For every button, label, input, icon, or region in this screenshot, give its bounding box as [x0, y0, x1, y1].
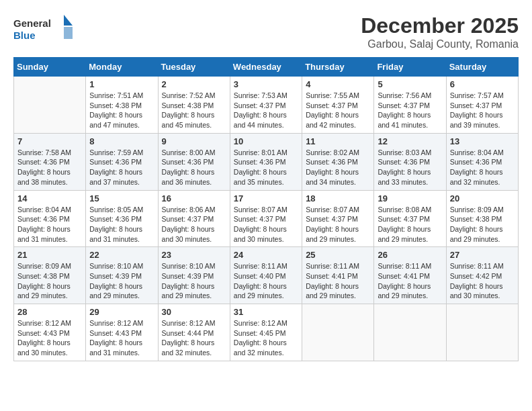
day-number: 16	[162, 193, 226, 203]
calendar-cell: 13 Sunrise: 8:04 AM Sunset: 4:36 PM Dayl…	[446, 133, 518, 190]
day-info: Sunrise: 8:09 AM Sunset: 4:38 PM Dayligh…	[17, 261, 82, 301]
svg-marker-3	[64, 27, 73, 39]
calendar-cell: 26 Sunrise: 8:11 AM Sunset: 4:41 PM Dayl…	[374, 247, 446, 304]
day-info: Sunrise: 8:12 AM Sunset: 4:43 PM Dayligh…	[89, 318, 154, 358]
day-number: 18	[306, 193, 370, 203]
calendar-cell: 8 Sunrise: 7:59 AM Sunset: 4:36 PM Dayli…	[86, 133, 158, 190]
calendar-cell: 2 Sunrise: 7:52 AM Sunset: 4:38 PM Dayli…	[158, 77, 230, 134]
calendar-cell: 15 Sunrise: 8:05 AM Sunset: 4:36 PM Dayl…	[86, 190, 158, 247]
month-title: December 2025	[361, 13, 519, 38]
day-number: 1	[89, 79, 154, 89]
day-info: Sunrise: 8:10 AM Sunset: 4:39 PM Dayligh…	[162, 261, 226, 301]
day-number: 19	[378, 193, 442, 203]
day-number: 9	[162, 136, 226, 146]
day-info: Sunrise: 8:11 AM Sunset: 4:42 PM Dayligh…	[450, 261, 515, 301]
day-info: Sunrise: 8:00 AM Sunset: 4:36 PM Dayligh…	[162, 148, 226, 187]
svg-text:Blue: Blue	[13, 30, 36, 41]
day-number: 14	[17, 193, 82, 203]
calendar-week-row: 14 Sunrise: 8:04 AM Sunset: 4:36 PM Dayl…	[14, 190, 519, 247]
svg-text:General: General	[13, 17, 51, 29]
calendar-cell: 20 Sunrise: 8:09 AM Sunset: 4:38 PM Dayl…	[446, 190, 518, 247]
calendar-cell: 11 Sunrise: 8:02 AM Sunset: 4:36 PM Dayl…	[302, 133, 374, 190]
day-info: Sunrise: 7:57 AM Sunset: 4:37 PM Dayligh…	[450, 91, 515, 130]
calendar-cell	[302, 304, 374, 361]
weekday-header-friday: Friday	[374, 58, 446, 77]
day-info: Sunrise: 8:02 AM Sunset: 4:36 PM Dayligh…	[306, 148, 370, 187]
weekday-header-thursday: Thursday	[302, 58, 374, 77]
calendar-cell: 16 Sunrise: 8:06 AM Sunset: 4:37 PM Dayl…	[158, 190, 230, 247]
day-info: Sunrise: 7:53 AM Sunset: 4:37 PM Dayligh…	[234, 91, 298, 130]
day-number: 20	[450, 193, 515, 203]
calendar-cell: 25 Sunrise: 8:11 AM Sunset: 4:41 PM Dayl…	[302, 247, 374, 304]
calendar-cell: 4 Sunrise: 7:55 AM Sunset: 4:37 PM Dayli…	[302, 77, 374, 134]
day-number: 6	[450, 79, 515, 89]
calendar-cell: 6 Sunrise: 7:57 AM Sunset: 4:37 PM Dayli…	[446, 77, 518, 134]
calendar-week-row: 1 Sunrise: 7:51 AM Sunset: 4:38 PM Dayli…	[14, 77, 519, 134]
calendar-cell: 24 Sunrise: 8:11 AM Sunset: 4:40 PM Dayl…	[230, 247, 302, 304]
day-number: 10	[234, 136, 298, 146]
day-number: 7	[17, 136, 82, 146]
day-info: Sunrise: 8:09 AM Sunset: 4:38 PM Dayligh…	[450, 205, 515, 244]
logo: General Blue	[13, 13, 74, 44]
day-info: Sunrise: 8:07 AM Sunset: 4:37 PM Dayligh…	[306, 205, 370, 244]
day-number: 21	[17, 250, 82, 260]
day-info: Sunrise: 7:55 AM Sunset: 4:37 PM Dayligh…	[306, 91, 370, 130]
day-number: 29	[89, 307, 154, 317]
day-info: Sunrise: 8:08 AM Sunset: 4:37 PM Dayligh…	[378, 205, 442, 244]
day-info: Sunrise: 8:04 AM Sunset: 4:36 PM Dayligh…	[450, 148, 515, 187]
day-info: Sunrise: 8:07 AM Sunset: 4:37 PM Dayligh…	[234, 205, 298, 244]
calendar-cell: 29 Sunrise: 8:12 AM Sunset: 4:43 PM Dayl…	[86, 304, 158, 361]
day-info: Sunrise: 8:10 AM Sunset: 4:39 PM Dayligh…	[89, 261, 154, 301]
location-title: Garbou, Salaj County, Romania	[361, 38, 519, 50]
day-number: 23	[162, 250, 226, 260]
svg-marker-2	[64, 15, 73, 26]
day-number: 17	[234, 193, 298, 203]
day-info: Sunrise: 8:12 AM Sunset: 4:45 PM Dayligh…	[234, 318, 298, 358]
day-number: 12	[378, 136, 442, 146]
calendar-cell: 3 Sunrise: 7:53 AM Sunset: 4:37 PM Dayli…	[230, 77, 302, 134]
calendar-header-row: SundayMondayTuesdayWednesdayThursdayFrid…	[14, 58, 519, 77]
weekday-header-saturday: Saturday	[446, 58, 518, 77]
calendar-cell: 7 Sunrise: 7:58 AM Sunset: 4:36 PM Dayli…	[14, 133, 86, 190]
day-info: Sunrise: 8:05 AM Sunset: 4:36 PM Dayligh…	[89, 205, 154, 244]
page-header: General Blue December 2025 Garbou, Salaj…	[13, 13, 519, 50]
day-number: 25	[306, 250, 370, 260]
calendar-cell: 23 Sunrise: 8:10 AM Sunset: 4:39 PM Dayl…	[158, 247, 230, 304]
calendar-cell: 22 Sunrise: 8:10 AM Sunset: 4:39 PM Dayl…	[86, 247, 158, 304]
day-number: 5	[378, 79, 442, 89]
calendar-cell: 18 Sunrise: 8:07 AM Sunset: 4:37 PM Dayl…	[302, 190, 374, 247]
weekday-header-wednesday: Wednesday	[230, 58, 302, 77]
weekday-header-sunday: Sunday	[14, 58, 86, 77]
calendar-cell: 12 Sunrise: 8:03 AM Sunset: 4:36 PM Dayl…	[374, 133, 446, 190]
day-info: Sunrise: 7:52 AM Sunset: 4:38 PM Dayligh…	[162, 91, 226, 130]
calendar-cell: 19 Sunrise: 8:08 AM Sunset: 4:37 PM Dayl…	[374, 190, 446, 247]
calendar-week-row: 7 Sunrise: 7:58 AM Sunset: 4:36 PM Dayli…	[14, 133, 519, 190]
day-info: Sunrise: 8:04 AM Sunset: 4:36 PM Dayligh…	[17, 205, 82, 244]
calendar-week-row: 21 Sunrise: 8:09 AM Sunset: 4:38 PM Dayl…	[14, 247, 519, 304]
day-info: Sunrise: 7:58 AM Sunset: 4:36 PM Dayligh…	[17, 148, 82, 187]
calendar-cell: 17 Sunrise: 8:07 AM Sunset: 4:37 PM Dayl…	[230, 190, 302, 247]
day-info: Sunrise: 7:56 AM Sunset: 4:37 PM Dayligh…	[378, 91, 442, 130]
calendar-cell: 5 Sunrise: 7:56 AM Sunset: 4:37 PM Dayli…	[374, 77, 446, 134]
day-number: 24	[234, 250, 298, 260]
day-number: 11	[306, 136, 370, 146]
day-number: 30	[162, 307, 226, 317]
calendar-cell: 21 Sunrise: 8:09 AM Sunset: 4:38 PM Dayl…	[14, 247, 86, 304]
day-info: Sunrise: 8:03 AM Sunset: 4:36 PM Dayligh…	[378, 148, 442, 187]
calendar-cell: 30 Sunrise: 8:12 AM Sunset: 4:44 PM Dayl…	[158, 304, 230, 361]
day-info: Sunrise: 8:01 AM Sunset: 4:36 PM Dayligh…	[234, 148, 298, 187]
day-number: 22	[89, 250, 154, 260]
day-info: Sunrise: 7:59 AM Sunset: 4:36 PM Dayligh…	[89, 148, 154, 187]
title-block: December 2025 Garbou, Salaj County, Roma…	[361, 13, 519, 50]
calendar-cell: 10 Sunrise: 8:01 AM Sunset: 4:36 PM Dayl…	[230, 133, 302, 190]
day-number: 15	[89, 193, 154, 203]
day-number: 2	[162, 79, 226, 89]
calendar-cell: 28 Sunrise: 8:12 AM Sunset: 4:43 PM Dayl…	[14, 304, 86, 361]
day-info: Sunrise: 8:11 AM Sunset: 4:41 PM Dayligh…	[378, 261, 442, 301]
day-number: 26	[378, 250, 442, 260]
day-number: 28	[17, 307, 82, 317]
day-info: Sunrise: 8:12 AM Sunset: 4:44 PM Dayligh…	[162, 318, 226, 358]
calendar-cell: 31 Sunrise: 8:12 AM Sunset: 4:45 PM Dayl…	[230, 304, 302, 361]
day-info: Sunrise: 8:06 AM Sunset: 4:37 PM Dayligh…	[162, 205, 226, 244]
day-number: 27	[450, 250, 515, 260]
